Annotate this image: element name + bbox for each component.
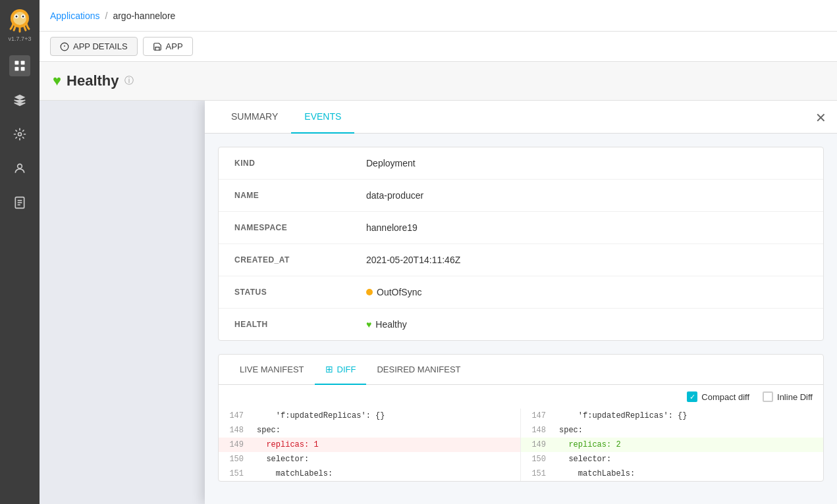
diff-line-num: 147	[219, 411, 252, 420]
health-text-value: Healthy	[375, 319, 406, 330]
tab-diff[interactable]: ⊞ DIFF	[315, 355, 367, 385]
svg-rect-6	[15, 61, 19, 65]
compact-diff-label: Compact diff	[701, 392, 749, 402]
diff-line-num: 151	[521, 469, 554, 478]
label-name: NAME	[234, 191, 366, 200]
diff-col-right: 147 'f:updatedReplicas': {} 148 spec: 14…	[521, 409, 823, 481]
health-small-icon: ♥	[366, 319, 371, 330]
health-banner: ♥ Healthy ⓘ	[40, 62, 837, 101]
diff-line-right-150: 150 selector:	[521, 452, 823, 466]
diff-line-left-147: 147 'f:updatedReplicas': {}	[219, 409, 520, 423]
tab-desired-manifest-label: DESIRED MANIFEST	[377, 365, 460, 374]
breadcrumb-current: argo-hannelore	[113, 11, 175, 21]
tab-live-manifest[interactable]: LIVE MANIFEST	[229, 355, 315, 385]
app-toolbar: APP DETAILS APP	[40, 32, 837, 62]
sidebar-item-user[interactable]	[9, 158, 30, 179]
label-health: HEALTH	[234, 320, 366, 329]
diff-line-content: selector:	[554, 455, 611, 464]
diff-line-right-151: 151 matchLabels:	[521, 466, 823, 481]
svg-point-5	[22, 16, 24, 18]
svg-rect-9	[21, 67, 25, 71]
compact-diff-checkbox[interactable]: ✓	[687, 391, 697, 402]
diff-line-content: matchLabels:	[554, 469, 635, 478]
diff-line-num: 147	[521, 411, 554, 420]
diff-line-content: 'f:updatedReplicas': {}	[252, 411, 385, 420]
diff-line-num: 149	[521, 440, 554, 449]
tab-desired-manifest[interactable]: DESIRED MANIFEST	[366, 355, 471, 385]
diff-line-content: replicas: 2	[554, 440, 621, 449]
label-status: STATUS	[234, 288, 366, 297]
diff-line-left-150: 150 selector:	[219, 452, 520, 466]
app-details-label: APP DETAILS	[73, 41, 128, 51]
inline-diff-option[interactable]: Inline Diff	[763, 391, 813, 402]
modal-panel: ✕ SUMMARY EVENTS KIND Deployment	[205, 101, 837, 504]
page-body: ✕ SUMMARY EVENTS KIND Deployment	[40, 101, 837, 504]
diff-line-num: 148	[521, 426, 554, 435]
inline-diff-label: Inline Diff	[777, 392, 813, 402]
health-info-icon[interactable]: ⓘ	[124, 75, 134, 87]
value-created-at: 2021-05-20T14:11:46Z	[366, 255, 460, 265]
app-actions-label: APP	[166, 41, 183, 51]
summary-row-health: HEALTH ♥ Healthy	[219, 309, 823, 340]
diff-line-left-151: 151 matchLabels:	[219, 466, 520, 481]
diff-line-left-149: 149 replicas: 1	[219, 438, 520, 452]
modal-body: KIND Deployment NAME data-producer NAMES…	[205, 134, 837, 504]
diff-section: LIVE MANIFEST ⊞ DIFF DESIRED MANIFEST	[218, 354, 824, 482]
health-heart-icon: ♥	[53, 72, 61, 89]
save-icon	[153, 42, 162, 51]
top-nav: Applications / argo-hannelore	[40, 0, 837, 32]
diff-options: ✓ Compact diff Inline Diff	[219, 385, 823, 409]
diff-content: 147 'f:updatedReplicas': {} 148 spec: 14…	[219, 409, 823, 481]
summary-row-status: STATUS OutOfSync	[219, 276, 823, 309]
diff-line-content: replicas: 1	[252, 440, 319, 449]
app-actions-button[interactable]: APP	[143, 37, 193, 56]
diff-line-right-148: 148 spec:	[521, 423, 823, 438]
diff-line-content: spec:	[252, 426, 281, 435]
tab-events[interactable]: EVENTS	[291, 101, 354, 134]
sidebar-item-layers[interactable]	[9, 89, 30, 111]
tab-live-manifest-label: LIVE MANIFEST	[240, 365, 304, 374]
label-created-at: CREATED_AT	[234, 255, 366, 265]
modal-close-button[interactable]: ✕	[815, 110, 826, 126]
tab-diff-label: DIFF	[337, 365, 356, 374]
diff-line-right-147: 147 'f:updatedReplicas': {}	[521, 409, 823, 423]
summary-row-created-at: CREATED_AT 2021-05-20T14:11:46Z	[219, 244, 823, 276]
diff-line-num: 148	[219, 426, 252, 435]
diff-line-left-148: 148 spec:	[219, 423, 520, 438]
summary-row-name: NAME data-producer	[219, 180, 823, 212]
summary-row-kind: KIND Deployment	[219, 147, 823, 180]
tab-summary[interactable]: SUMMARY	[218, 101, 291, 134]
compact-diff-option[interactable]: ✓ Compact diff	[687, 391, 749, 402]
diff-line-num: 150	[521, 455, 554, 464]
diff-line-num: 151	[219, 469, 252, 478]
diff-line-num: 149	[219, 440, 252, 449]
app-version: v1.7.7+3	[9, 36, 32, 42]
inline-diff-checkbox[interactable]	[763, 391, 773, 402]
sidebar-item-docs[interactable]	[9, 192, 30, 213]
diff-line-content: 'f:updatedReplicas': {}	[554, 411, 687, 420]
modal-tabs: SUMMARY EVENTS	[205, 101, 837, 134]
status-dot-icon	[366, 289, 373, 295]
sidebar: v1.7.7+3	[0, 0, 40, 504]
value-health: ♥ Healthy	[366, 319, 407, 330]
health-status-text: Healthy	[67, 72, 119, 89]
sidebar-item-settings[interactable]	[9, 124, 30, 145]
diff-line-content: selector:	[252, 455, 309, 464]
svg-rect-7	[21, 61, 25, 65]
value-status: OutOfSync	[366, 287, 421, 297]
value-kind: Deployment	[366, 158, 416, 168]
value-namespace: hannelore19	[366, 222, 418, 233]
info-icon	[60, 42, 69, 51]
diff-col-left: 147 'f:updatedReplicas': {} 148 spec: 14…	[219, 409, 521, 481]
breadcrumb-separator: /	[105, 11, 108, 21]
summary-row-namespace: NAMESPACE hannelore19	[219, 212, 823, 244]
app-details-button[interactable]: APP DETAILS	[50, 37, 138, 56]
summary-card: KIND Deployment NAME data-producer NAMES…	[218, 147, 824, 341]
status-text: OutOfSync	[377, 287, 421, 297]
svg-point-4	[16, 16, 18, 18]
diff-line-num: 150	[219, 455, 252, 464]
app-logo	[7, 7, 33, 33]
sidebar-item-apps[interactable]	[9, 55, 30, 76]
svg-point-10	[18, 133, 22, 136]
breadcrumb-applications[interactable]: Applications	[50, 11, 100, 21]
